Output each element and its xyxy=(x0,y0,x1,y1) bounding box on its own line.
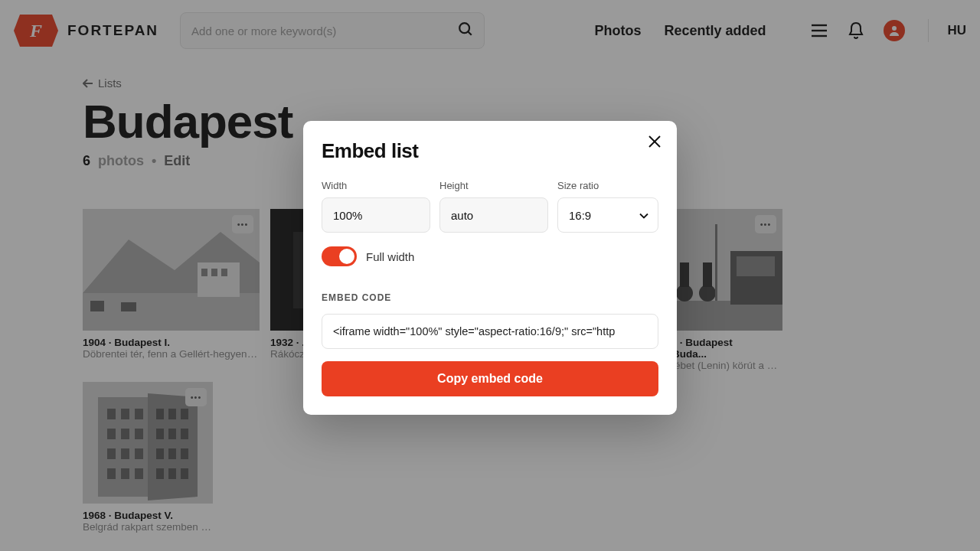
width-label: Width xyxy=(322,180,430,191)
ratio-select[interactable]: 16:9 xyxy=(557,197,658,233)
copy-embed-button[interactable]: Copy embed code xyxy=(322,361,658,396)
chevron-down-icon xyxy=(639,209,648,222)
width-field: Width 100% xyxy=(322,180,430,233)
height-input[interactable]: auto xyxy=(439,197,548,233)
ratio-label: Size ratio xyxy=(557,180,658,191)
fullwidth-row: Full width xyxy=(322,246,658,266)
embed-code-heading: EMBED CODE xyxy=(322,292,658,303)
close-icon[interactable] xyxy=(648,135,662,152)
form-row: Width 100% Height auto Size ratio 16:9 xyxy=(322,180,658,233)
ratio-field: Size ratio 16:9 xyxy=(557,180,658,233)
width-input[interactable]: 100% xyxy=(322,197,430,233)
modal-title: Embed list xyxy=(322,139,658,163)
modal-overlay[interactable]: Embed list Width 100% Height auto Size r… xyxy=(0,0,980,551)
height-field: Height auto xyxy=(439,180,548,233)
fullwidth-toggle[interactable] xyxy=(322,246,357,266)
height-label: Height xyxy=(439,180,548,191)
embed-code-input[interactable]: <iframe width="100%" style="aspect-ratio… xyxy=(322,314,658,349)
fullwidth-label: Full width xyxy=(366,250,414,263)
embed-modal: Embed list Width 100% Height auto Size r… xyxy=(303,121,677,415)
